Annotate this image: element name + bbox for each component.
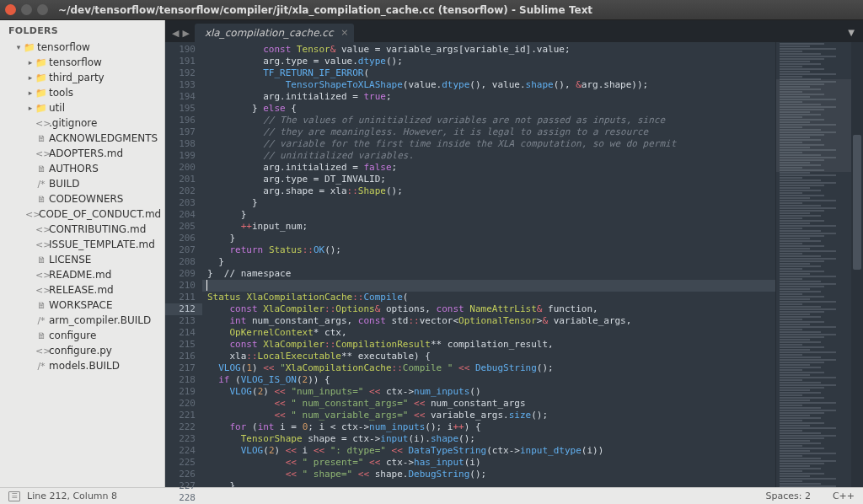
file-icon: 🗎: [35, 300, 47, 311]
tree-item-label: ADOPTERS.md: [49, 147, 123, 159]
tree-item-label: tools: [49, 87, 73, 99]
file-icon: 📁: [35, 103, 47, 114]
disclosure-icon: ▸: [25, 73, 35, 82]
tab-history-back-icon[interactable]: ◀: [172, 28, 179, 39]
tab-label: xla_compilation_cache.cc: [205, 27, 334, 39]
tree-item-label: ACKNOWLEDGMENTS: [49, 132, 158, 144]
tree-item-label: tensorflow: [37, 41, 90, 53]
tree-item-label: CODEOWNERS: [49, 193, 123, 205]
file-CODE-OF-CONDUCT-md[interactable]: <>CODE_OF_CONDUCT.md: [0, 206, 164, 222]
tree-item-label: AUTHORS: [49, 163, 99, 174]
file-CONTRIBUTING-md[interactable]: <>CONTRIBUTING.md: [0, 222, 164, 237]
tree-item-label: ISSUE_TEMPLATE.md: [49, 239, 155, 250]
file-BUILD[interactable]: /*BUILD: [0, 176, 164, 191]
file-icon: <>: [35, 285, 47, 296]
tree-item-label: third_party: [49, 72, 105, 83]
minimize-icon[interactable]: [21, 4, 32, 15]
tree-item-label: configure.py: [49, 345, 112, 357]
scrollbar-thumb[interactable]: [853, 135, 861, 270]
file-ACKNOWLEDGMENTS[interactable]: 🗎ACKNOWLEDGMENTS: [0, 131, 164, 146]
tree-item-label: LICENSE: [49, 254, 91, 265]
sidebar-heading: FOLDERS: [0, 20, 164, 40]
file-icon: 🗎: [35, 164, 47, 174]
status-cursor-position[interactable]: Line 212, Column 8: [27, 491, 117, 501]
vertical-scrollbar[interactable]: [851, 42, 863, 487]
tree-item-label: util: [49, 102, 65, 114]
file-configure[interactable]: 🗎configure: [0, 328, 164, 343]
minimap-viewport[interactable]: [776, 79, 851, 172]
tree-item-label: arm_compiler.BUILD: [49, 314, 151, 326]
tab-close-icon[interactable]: ×: [340, 27, 348, 38]
file--gitignore[interactable]: <>.gitignore: [0, 115, 164, 131]
file-AUTHORS[interactable]: 🗎AUTHORS: [0, 161, 164, 176]
sidebar: FOLDERS ▾📁tensorflow▸📁tensorflow▸📁third_…: [0, 20, 165, 487]
file-icon: 🗎: [35, 330, 47, 341]
file-LICENSE[interactable]: 🗎LICENSE: [0, 252, 164, 267]
tab-active[interactable]: xla_compilation_cache.cc ×: [195, 24, 354, 42]
tree-item-label: WORKSPACE: [49, 299, 113, 311]
folder-util[interactable]: ▸📁util: [0, 100, 164, 115]
window-title: ~/dev/tensorflow/tensorflow/compiler/jit…: [58, 4, 592, 16]
file-icon: <>: [35, 118, 47, 129]
tree-item-label: configure: [49, 330, 96, 341]
file-icon: 🗎: [35, 194, 47, 205]
file-icon: /*: [35, 179, 47, 190]
disclosure-icon: ▸: [25, 88, 35, 97]
file-configure-py[interactable]: <>configure.py: [0, 343, 164, 358]
tree-item-label: tensorflow: [49, 56, 102, 68]
file-icon: <>: [35, 239, 47, 250]
disclosure-icon: ▸: [25, 104, 35, 112]
file-models-BUILD[interactable]: /*models.BUILD: [0, 358, 164, 373]
disclosure-icon: ▾: [13, 43, 24, 51]
file-icon: 📁: [35, 57, 47, 68]
close-icon[interactable]: [5, 4, 16, 15]
file-icon: 📁: [24, 42, 35, 53]
status-bar: ☰ Line 212, Column 8 Spaces: 2 C++: [0, 487, 863, 504]
tree-item-label: BUILD: [49, 178, 79, 190]
file-arm-compiler-BUILD[interactable]: /*arm_compiler.BUILD: [0, 313, 164, 328]
tree-item-label: .gitignore: [49, 117, 97, 129]
maximize-icon[interactable]: [37, 4, 48, 15]
file-icon: <>: [35, 224, 47, 235]
file-icon: 📁: [35, 72, 47, 83]
code-area[interactable]: const Tensor& value = variable_args[vari…: [202, 42, 775, 487]
file-icon: /*: [35, 315, 47, 326]
panel-switch-icon[interactable]: ☰: [8, 491, 20, 501]
folder-root[interactable]: ▾📁tensorflow: [0, 40, 164, 55]
file-icon: 🗎: [35, 133, 47, 144]
tab-bar: ◀ ▶ xla_compilation_cache.cc × ▼: [165, 20, 863, 42]
titlebar: ~/dev/tensorflow/tensorflow/compiler/jit…: [0, 0, 863, 20]
line-number-gutter[interactable]: 1901911921931941951961971981992002012022…: [165, 42, 202, 487]
file-RELEASE-md[interactable]: <>RELEASE.md: [0, 282, 164, 298]
file-icon: <>: [25, 209, 37, 220]
folder-tools[interactable]: ▸📁tools: [0, 85, 164, 100]
tree-item-label: README.md: [49, 269, 111, 281]
tab-overflow-icon[interactable]: ▼: [839, 28, 863, 42]
tree-item-label: RELEASE.md: [49, 284, 114, 296]
file-icon: <>: [35, 346, 47, 357]
minimap[interactable]: [775, 42, 851, 487]
tab-history-forward-icon[interactable]: ▶: [182, 28, 189, 39]
status-syntax[interactable]: C++: [833, 491, 855, 501]
file-icon: /*: [35, 361, 47, 372]
file-WORKSPACE[interactable]: 🗎WORKSPACE: [0, 298, 164, 313]
folder-tensorflow[interactable]: ▸📁tensorflow: [0, 55, 164, 70]
tree-item-label: CONTRIBUTING.md: [49, 223, 146, 235]
file-icon: 📁: [35, 88, 47, 99]
folder-third_party[interactable]: ▸📁third_party: [0, 70, 164, 85]
editor: ◀ ▶ xla_compilation_cache.cc × ▼ 1901911…: [165, 20, 863, 487]
tree-item-label: models.BUILD: [49, 360, 120, 372]
file-icon: <>: [35, 270, 47, 281]
file-ADOPTERS-md[interactable]: <>ADOPTERS.md: [0, 146, 164, 161]
tree-item-label: CODE_OF_CONDUCT.md: [39, 208, 161, 220]
disclosure-icon: ▸: [25, 58, 35, 67]
status-indentation[interactable]: Spaces: 2: [765, 491, 810, 501]
file-icon: 🗎: [35, 255, 47, 265]
file-README-md[interactable]: <>README.md: [0, 267, 164, 282]
file-icon: <>: [35, 148, 47, 159]
file-ISSUE-TEMPLATE-md[interactable]: <>ISSUE_TEMPLATE.md: [0, 237, 164, 252]
file-CODEOWNERS[interactable]: 🗎CODEOWNERS: [0, 191, 164, 206]
